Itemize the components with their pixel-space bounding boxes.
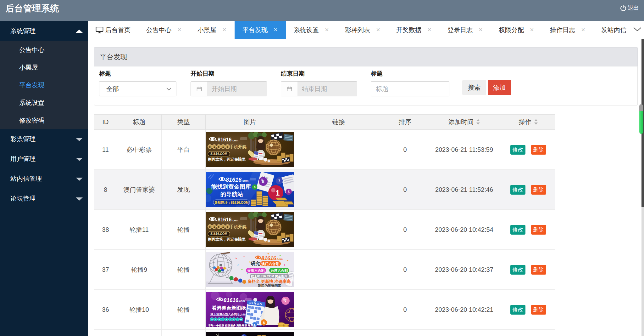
monitor-icon (96, 26, 103, 33)
tab-登录日志[interactable]: 登录日志✕ (440, 21, 491, 39)
svg-text:8: 8 (211, 318, 213, 321)
cell-id: 11 (94, 130, 117, 170)
tab-系统设置[interactable]: 系统设置✕ (286, 21, 337, 39)
sidebar-item-公告中心[interactable]: 公告中心 (0, 41, 88, 59)
svg-text:香港六合彩: 香港六合彩 (247, 269, 265, 273)
tab-彩种列表[interactable]: 彩种列表✕ (337, 21, 388, 39)
tab-开奖数据[interactable]: 开奖数据✕ (388, 21, 440, 39)
close-icon[interactable]: ✕ (376, 27, 380, 32)
chevron-down-icon (633, 27, 641, 33)
filter-label-start-date: 开始日期 (191, 70, 267, 78)
sidebar-item-系统设置[interactable]: 系统设置 (0, 94, 88, 111)
tab-overflow-button[interactable] (631, 21, 644, 39)
cell-link (294, 290, 383, 330)
svg-text:81616: 81616 (261, 255, 276, 261)
sidebar-group-4[interactable]: 论坛管理 (0, 189, 88, 208)
svg-text:81616: 81616 (226, 177, 242, 183)
svg-text:6: 6 (226, 318, 227, 321)
sidebar-item-小黑屋[interactable]: 小黑屋 (0, 59, 88, 76)
tab-label: 登录日志 (447, 26, 473, 34)
filter-form: 标题 全部 开始日期 (94, 66, 638, 105)
edit-button[interactable]: 修改 (510, 185, 525, 195)
caret-down-icon (76, 138, 83, 141)
svg-text:8: 8 (209, 225, 211, 228)
svg-text:.com: .com (238, 299, 245, 303)
title-input[interactable] (371, 81, 449, 96)
sidebar-group-2[interactable]: 用户管理 (0, 149, 88, 169)
search-button[interactable]: 搜索 (462, 80, 486, 95)
sidebar-group-1[interactable]: 彩票管理 (0, 129, 88, 149)
cell-image: 81616 .com 8 1 6 1 6 手机开奖 81616.COM 别再拿笔… (206, 210, 294, 250)
edit-button[interactable]: 修改 (510, 305, 525, 315)
sidebar-item-平台发现[interactable]: 平台发现 (0, 76, 88, 94)
tab-label: 发站内信 (601, 26, 626, 34)
tab-label: 系统设置 (294, 26, 319, 34)
tab-操作日志[interactable]: 操作日志✕ (542, 21, 593, 39)
cell-actions: 修改删除 (501, 170, 555, 210)
delete-button[interactable]: 删除 (531, 145, 546, 155)
column-header-添加时间[interactable]: 添加时间 (427, 115, 501, 130)
close-icon[interactable]: ✕ (427, 27, 432, 32)
cell-actions: 修改删除 (501, 210, 555, 250)
add-button[interactable]: 添加 (488, 80, 511, 95)
close-icon[interactable]: ✕ (530, 27, 534, 32)
edit-button[interactable]: 修改 (510, 145, 525, 155)
tab-发站内信[interactable]: 发站内信 (593, 21, 634, 39)
svg-text:台湾六合彩: 台湾六合彩 (271, 269, 288, 273)
tab-公告中心[interactable]: 公告中心✕ (138, 21, 190, 39)
tab-后台首页[interactable]: 后台首页 (88, 21, 138, 39)
delete-button[interactable]: 删除 (531, 225, 546, 235)
svg-text:81616.COM: 81616.COM (210, 232, 227, 236)
close-icon[interactable]: ✕ (273, 27, 278, 32)
edit-button[interactable]: 修改 (510, 265, 525, 275)
cell-title: 必中彩票 (117, 130, 162, 170)
end-date-input[interactable] (297, 82, 357, 96)
cell-title: 轮播10 (117, 290, 162, 330)
tab-label: 公告中心 (146, 26, 171, 34)
column-label: ID (103, 118, 109, 125)
svg-text:81616: 81616 (218, 217, 232, 222)
logout-button[interactable]: 退出 (620, 0, 639, 16)
close-icon[interactable]: ✕ (478, 27, 483, 32)
delete-button[interactable]: 删除 (531, 185, 546, 195)
cell-image: 7 BINGO 8 5 (206, 290, 294, 330)
type-select[interactable]: 全部 (99, 81, 176, 96)
table-row-11: 11必中彩票平台 (94, 130, 555, 170)
start-date-input[interactable] (207, 82, 267, 96)
caret-down-icon (76, 158, 83, 161)
cell-sort: 0 (383, 210, 427, 250)
cell-title: 轮播9 (117, 250, 162, 290)
svg-text:7: 7 (278, 179, 280, 183)
close-icon[interactable]: ✕ (177, 27, 182, 32)
column-header-操作[interactable]: 操作 (501, 115, 555, 130)
app-title: 后台管理系统 (5, 3, 59, 14)
scrollbar-track[interactable] (641, 39, 644, 336)
banner-image-confetti: 81616 .com 研究 澳门六合彩 香港六合彩 台湾六合彩 就上81616.… (206, 252, 294, 287)
svg-text:1: 1 (222, 225, 224, 228)
sort-icon[interactable] (534, 119, 538, 126)
edit-button[interactable]: 修改 (510, 225, 525, 235)
cell-time: 2023-06-21 11:52:46 (427, 170, 501, 210)
table-header-row: ID标题类型图片链接排序添加时间操作 (94, 115, 555, 130)
delete-button[interactable]: 删除 (531, 305, 546, 315)
delete-button[interactable]: 删除 (531, 265, 546, 275)
svg-text:81616: 81616 (218, 137, 232, 142)
cell-link (294, 170, 383, 210)
sidebar-group-0[interactable]: 系统管理 (0, 21, 88, 41)
tab-权限分配[interactable]: 权限分配✕ (491, 21, 542, 39)
svg-text:6: 6 (219, 318, 220, 321)
close-icon[interactable]: ✕ (581, 27, 586, 32)
filter-field-type: 标题 全部 (99, 70, 176, 96)
scroll-indicator[interactable] (639, 104, 643, 134)
close-icon[interactable]: ✕ (222, 27, 227, 32)
sort-icon[interactable] (476, 119, 480, 126)
banner-image-gold: 81616 .com 8 1 6 1 6 手机开奖 81616.COM 别再拿笔… (206, 132, 294, 167)
tab-平台发现[interactable]: 平台发现✕ (235, 21, 286, 39)
cell-image (206, 330, 294, 336)
sidebar-group-3[interactable]: 站内信管理 (0, 169, 88, 189)
cell-type: 轮播 (162, 290, 206, 330)
tab-小黑屋[interactable]: 小黑屋✕ (190, 21, 235, 39)
close-icon[interactable]: ✕ (325, 27, 329, 32)
sidebar-item-修改密码[interactable]: 修改密码 (0, 111, 88, 129)
cell-sort: 0 (383, 290, 427, 330)
